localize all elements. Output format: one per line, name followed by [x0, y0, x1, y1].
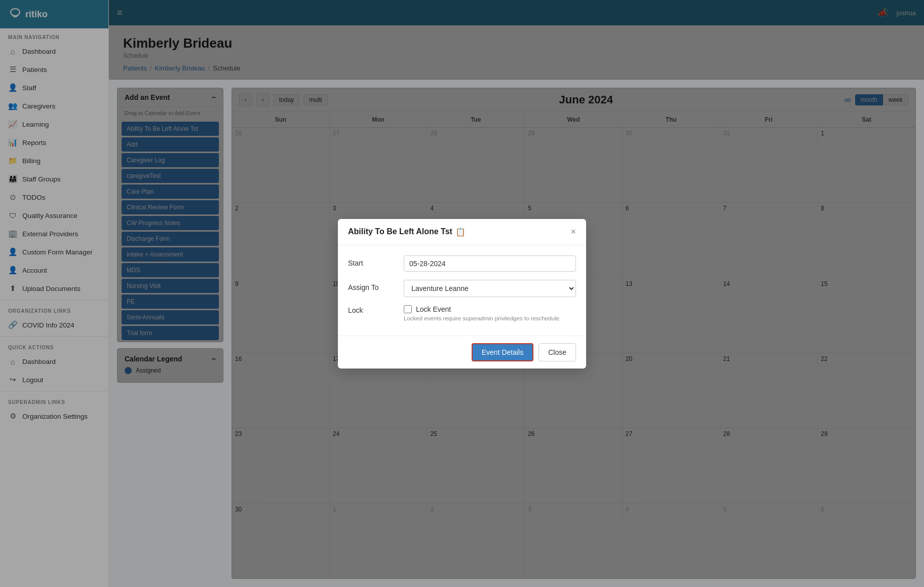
start-input[interactable]	[404, 255, 576, 272]
lock-checkbox[interactable]	[404, 305, 412, 313]
event-details-button[interactable]: Event Details	[472, 343, 533, 361]
close-modal-button[interactable]: Close	[538, 343, 576, 361]
assign-to-label: Assign To	[348, 280, 404, 291]
lock-check-label: Lock Event	[416, 305, 451, 313]
lock-label: Lock	[348, 305, 404, 314]
lock-check-row: Lock Event	[404, 305, 576, 313]
lock-hint: Locked events require superadmin privile…	[404, 315, 576, 321]
modal-title-text: Ability To Be Left Alone Tst	[348, 227, 452, 236]
clipboard-icon: 📋	[455, 227, 466, 237]
start-label: Start	[348, 255, 404, 267]
modal-close-button[interactable]: ×	[570, 227, 576, 236]
modal-footer: Event Details Close	[338, 336, 586, 369]
start-row: Start	[348, 255, 576, 272]
modal-overlay[interactable]: Ability To Be Left Alone Tst 📋 × Start A…	[0, 0, 924, 587]
lock-content: Lock Event Locked events require superad…	[404, 305, 576, 321]
modal-dialog: Ability To Be Left Alone Tst 📋 × Start A…	[338, 219, 586, 369]
modal-body: Start Assign To Laventure Leanne Lock Lo…	[338, 245, 586, 336]
modal-header: Ability To Be Left Alone Tst 📋 ×	[338, 219, 586, 245]
assign-to-select[interactable]: Laventure Leanne	[404, 280, 576, 297]
lock-row: Lock Lock Event Locked events require su…	[348, 305, 576, 321]
assign-to-row: Assign To Laventure Leanne	[348, 280, 576, 297]
modal-title: Ability To Be Left Alone Tst 📋	[348, 227, 466, 237]
